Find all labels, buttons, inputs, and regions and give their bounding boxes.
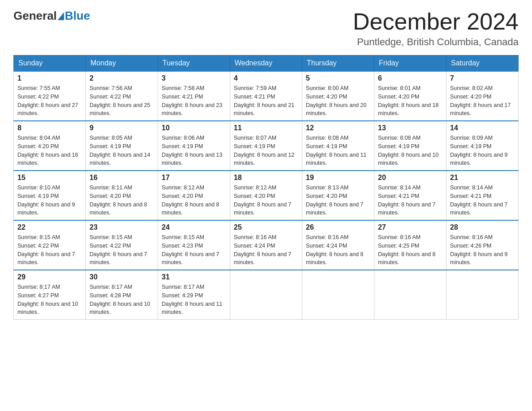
col-thursday: Thursday [302, 56, 374, 72]
day-number: 4 [234, 74, 298, 82]
day-info: Sunrise: 8:11 AM Sunset: 4:20 PM Dayligh… [90, 184, 154, 217]
table-row: 11 Sunrise: 8:07 AM Sunset: 4:19 PM Dayl… [230, 121, 302, 171]
col-wednesday: Wednesday [230, 56, 302, 72]
day-info: Sunrise: 8:16 AM Sunset: 4:26 PM Dayligh… [450, 233, 515, 267]
table-row: 22 Sunrise: 8:15 AM Sunset: 4:22 PM Dayl… [14, 220, 86, 270]
day-number: 2 [90, 74, 154, 82]
month-title: December 2024 [353, 9, 519, 34]
day-info: Sunrise: 8:15 AM Sunset: 4:22 PM Dayligh… [90, 233, 154, 267]
day-info: Sunrise: 8:04 AM Sunset: 4:20 PM Dayligh… [17, 134, 82, 167]
day-info: Sunrise: 7:56 AM Sunset: 4:22 PM Dayligh… [90, 84, 154, 118]
day-number: 10 [162, 124, 226, 132]
table-row: 10 Sunrise: 8:06 AM Sunset: 4:19 PM Dayl… [158, 121, 230, 171]
day-number: 15 [17, 174, 82, 182]
week-row-3: 15 Sunrise: 8:10 AM Sunset: 4:19 PM Dayl… [14, 171, 519, 220]
day-info: Sunrise: 8:15 AM Sunset: 4:22 PM Dayligh… [17, 233, 82, 267]
table-row: 25 Sunrise: 8:16 AM Sunset: 4:24 PM Dayl… [230, 220, 302, 270]
day-number: 6 [378, 74, 442, 82]
col-monday: Monday [86, 56, 158, 72]
day-number: 14 [450, 124, 515, 132]
table-row: 9 Sunrise: 8:05 AM Sunset: 4:19 PM Dayli… [86, 121, 158, 171]
table-row [230, 270, 302, 320]
day-number: 24 [162, 223, 226, 231]
table-row: 16 Sunrise: 8:11 AM Sunset: 4:20 PM Dayl… [86, 171, 158, 220]
col-sunday: Sunday [14, 56, 86, 72]
week-row-1: 1 Sunrise: 7:55 AM Sunset: 4:22 PM Dayli… [14, 71, 519, 121]
day-info: Sunrise: 8:15 AM Sunset: 4:23 PM Dayligh… [162, 233, 226, 267]
day-info: Sunrise: 8:16 AM Sunset: 4:25 PM Dayligh… [378, 233, 442, 267]
table-row [302, 270, 374, 320]
day-number: 3 [162, 74, 226, 82]
table-row: 21 Sunrise: 8:14 AM Sunset: 4:21 PM Dayl… [446, 171, 519, 220]
day-info: Sunrise: 7:59 AM Sunset: 4:21 PM Dayligh… [234, 84, 298, 118]
day-info: Sunrise: 8:05 AM Sunset: 4:19 PM Dayligh… [90, 134, 154, 167]
table-row: 4 Sunrise: 7:59 AM Sunset: 4:21 PM Dayli… [230, 71, 302, 121]
day-number: 23 [90, 223, 154, 231]
table-row: 1 Sunrise: 7:55 AM Sunset: 4:22 PM Dayli… [14, 71, 86, 121]
table-row: 20 Sunrise: 8:14 AM Sunset: 4:21 PM Dayl… [374, 171, 446, 220]
day-info: Sunrise: 8:16 AM Sunset: 4:24 PM Dayligh… [234, 233, 298, 267]
day-number: 21 [450, 174, 515, 182]
table-row: 6 Sunrise: 8:01 AM Sunset: 4:20 PM Dayli… [374, 71, 446, 121]
logo-blue-text: Blue [65, 9, 90, 23]
day-number: 9 [90, 124, 154, 132]
table-row: 13 Sunrise: 8:08 AM Sunset: 4:19 PM Dayl… [374, 121, 446, 171]
table-row: 5 Sunrise: 8:00 AM Sunset: 4:20 PM Dayli… [302, 71, 374, 121]
table-row: 2 Sunrise: 7:56 AM Sunset: 4:22 PM Dayli… [86, 71, 158, 121]
day-info: Sunrise: 8:16 AM Sunset: 4:24 PM Dayligh… [306, 233, 370, 267]
table-row: 18 Sunrise: 8:12 AM Sunset: 4:20 PM Dayl… [230, 171, 302, 220]
day-number: 5 [306, 74, 370, 82]
day-number: 27 [378, 223, 442, 231]
title-area: December 2024 Puntledge, British Columbi… [353, 9, 519, 48]
week-row-2: 8 Sunrise: 8:04 AM Sunset: 4:20 PM Dayli… [14, 121, 519, 171]
table-row [446, 270, 519, 320]
table-row: 3 Sunrise: 7:58 AM Sunset: 4:21 PM Dayli… [158, 71, 230, 121]
day-info: Sunrise: 8:13 AM Sunset: 4:20 PM Dayligh… [306, 184, 370, 217]
table-row: 15 Sunrise: 8:10 AM Sunset: 4:19 PM Dayl… [14, 171, 86, 220]
day-info: Sunrise: 8:17 AM Sunset: 4:27 PM Dayligh… [17, 283, 82, 317]
day-number: 29 [17, 273, 82, 281]
day-info: Sunrise: 8:00 AM Sunset: 4:20 PM Dayligh… [306, 84, 370, 118]
col-friday: Friday [374, 56, 446, 72]
day-number: 30 [90, 273, 154, 281]
logo-general-text: General [13, 9, 57, 23]
day-info: Sunrise: 8:09 AM Sunset: 4:19 PM Dayligh… [450, 134, 515, 167]
day-number: 25 [234, 223, 298, 231]
day-info: Sunrise: 8:14 AM Sunset: 4:21 PM Dayligh… [378, 184, 442, 217]
day-info: Sunrise: 8:07 AM Sunset: 4:19 PM Dayligh… [234, 134, 298, 167]
page-header: General Blue December 2024 Puntledge, Br… [13, 9, 519, 48]
day-number: 20 [378, 174, 442, 182]
table-row: 29 Sunrise: 8:17 AM Sunset: 4:27 PM Dayl… [14, 270, 86, 320]
day-number: 22 [17, 223, 82, 231]
table-row: 14 Sunrise: 8:09 AM Sunset: 4:19 PM Dayl… [446, 121, 519, 171]
week-row-4: 22 Sunrise: 8:15 AM Sunset: 4:22 PM Dayl… [14, 220, 519, 270]
day-info: Sunrise: 8:14 AM Sunset: 4:21 PM Dayligh… [450, 184, 515, 217]
table-row: 8 Sunrise: 8:04 AM Sunset: 4:20 PM Dayli… [14, 121, 86, 171]
calendar-header-row: Sunday Monday Tuesday Wednesday Thursday… [14, 56, 519, 72]
day-number: 11 [234, 124, 298, 132]
table-row: 30 Sunrise: 8:17 AM Sunset: 4:28 PM Dayl… [86, 270, 158, 320]
table-row: 19 Sunrise: 8:13 AM Sunset: 4:20 PM Dayl… [302, 171, 374, 220]
day-number: 28 [450, 223, 515, 231]
day-info: Sunrise: 8:08 AM Sunset: 4:19 PM Dayligh… [378, 134, 442, 167]
day-info: Sunrise: 7:58 AM Sunset: 4:21 PM Dayligh… [162, 84, 226, 118]
day-info: Sunrise: 8:01 AM Sunset: 4:20 PM Dayligh… [378, 84, 442, 118]
table-row: 27 Sunrise: 8:16 AM Sunset: 4:25 PM Dayl… [374, 220, 446, 270]
table-row: 23 Sunrise: 8:15 AM Sunset: 4:22 PM Dayl… [86, 220, 158, 270]
day-number: 12 [306, 124, 370, 132]
day-info: Sunrise: 8:08 AM Sunset: 4:19 PM Dayligh… [306, 134, 370, 167]
day-info: Sunrise: 8:12 AM Sunset: 4:20 PM Dayligh… [234, 184, 298, 217]
logo-triangle-icon [58, 12, 64, 20]
table-row: 17 Sunrise: 8:12 AM Sunset: 4:20 PM Dayl… [158, 171, 230, 220]
table-row: 28 Sunrise: 8:16 AM Sunset: 4:26 PM Dayl… [446, 220, 519, 270]
day-number: 1 [17, 74, 82, 82]
day-info: Sunrise: 8:06 AM Sunset: 4:19 PM Dayligh… [162, 134, 226, 167]
day-info: Sunrise: 8:10 AM Sunset: 4:19 PM Dayligh… [17, 184, 82, 217]
day-number: 18 [234, 174, 298, 182]
logo: General Blue [13, 9, 90, 23]
day-number: 19 [306, 174, 370, 182]
day-number: 17 [162, 174, 226, 182]
day-number: 13 [378, 124, 442, 132]
day-number: 8 [17, 124, 82, 132]
table-row: 24 Sunrise: 8:15 AM Sunset: 4:23 PM Dayl… [158, 220, 230, 270]
